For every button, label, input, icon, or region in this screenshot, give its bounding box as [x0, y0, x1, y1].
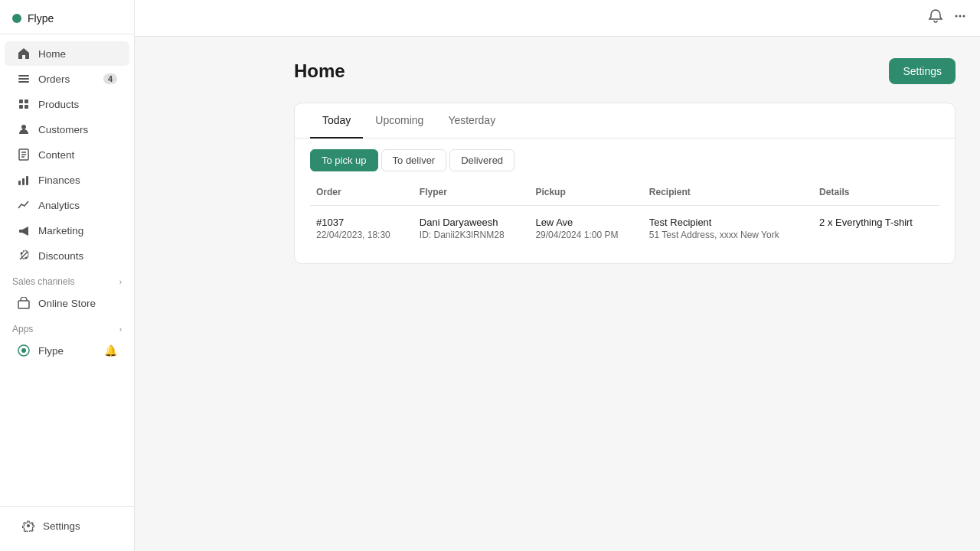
page-title: Home	[294, 60, 345, 82]
sidebar-item-products[interactable]: Products	[5, 92, 129, 116]
flyper-name: Dani Daryaweesh	[420, 217, 524, 228]
col-pickup: Pickup	[529, 179, 642, 206]
pickup-datetime: 29/04/2024 1:00 PM	[535, 230, 636, 240]
sub-tab-bar: To pick up To deliver Delivered	[295, 139, 955, 179]
sidebar-item-flype[interactable]: Flype 🔔	[5, 338, 129, 363]
sidebar-item-label: Finances	[38, 174, 80, 186]
orders-table: Order Flyper Pickup Recipient Details #1…	[310, 179, 939, 251]
col-details: Details	[813, 179, 939, 206]
table-container: Order Flyper Pickup Recipient Details #1…	[295, 179, 955, 263]
svg-rect-14	[26, 176, 28, 185]
order-number-cell: #1037 22/04/2023, 18:30	[310, 206, 413, 252]
content-icon	[17, 148, 31, 161]
svg-rect-4	[24, 99, 28, 103]
sidebar-bottom: Settings	[0, 506, 134, 551]
settings-icon	[21, 519, 35, 533]
more-options-icon[interactable]	[952, 8, 968, 28]
table-row: #1037 22/04/2023, 18:30 Dani Daryaweesh …	[310, 206, 939, 252]
brand-icon	[12, 14, 21, 23]
brand[interactable]: Flype	[6, 9, 128, 28]
apps-section[interactable]: Apps ›	[0, 316, 134, 337]
apps-label: Apps	[12, 324, 33, 334]
sidebar-item-customers[interactable]: Customers	[5, 117, 129, 142]
sidebar-item-settings[interactable]: Settings	[9, 514, 125, 538]
bell-icon[interactable]: 🔔	[104, 344, 117, 357]
page-header: Home Settings	[294, 58, 956, 84]
svg-rect-5	[19, 105, 23, 109]
pickup-cell: Lew Ave 29/04/2024 1:00 PM	[529, 206, 642, 252]
home-icon	[17, 47, 31, 60]
col-order: Order	[310, 179, 413, 206]
sidebar-item-home[interactable]: Home	[5, 41, 129, 66]
svg-rect-12	[18, 181, 21, 185]
sales-channels-section[interactable]: Sales channels ›	[0, 269, 134, 290]
sub-tab-delivered[interactable]: Delivered	[449, 149, 514, 171]
sidebar-item-label: Home	[38, 48, 66, 60]
tab-today[interactable]: Today	[310, 103, 363, 139]
tab-upcoming[interactable]: Upcoming	[363, 103, 436, 139]
notifications-icon[interactable]	[928, 8, 943, 28]
sidebar-item-orders[interactable]: Orders 4	[5, 67, 129, 91]
sidebar-item-finances[interactable]: Finances	[5, 168, 129, 192]
flype-app-label: Flype	[38, 345, 96, 357]
pickup-location: Lew Ave	[535, 217, 636, 228]
analytics-icon	[17, 198, 31, 212]
marketing-icon	[17, 223, 31, 237]
sub-tab-to-deliver[interactable]: To deliver	[381, 149, 447, 171]
recipient-name: Test Recipient	[649, 217, 807, 228]
chevron-right-icon: ›	[119, 278, 122, 286]
flype-icon	[17, 344, 31, 357]
sub-tab-to-pick-up[interactable]: To pick up	[310, 149, 378, 171]
customers-icon	[17, 122, 31, 136]
sidebar-item-analytics[interactable]: Analytics	[5, 193, 129, 217]
sidebar-settings-label: Settings	[43, 520, 80, 532]
sidebar-item-label: Discounts	[38, 250, 83, 262]
sidebar-item-label: Customers	[38, 124, 88, 135]
sidebar-item-online-store[interactable]: Online Store	[5, 291, 129, 315]
chevron-right-icon: ›	[119, 325, 122, 334]
sidebar-item-label: Analytics	[38, 200, 80, 211]
flyper-cell: Dani Daryaweesh ID: Danii2K3lRNM28	[413, 206, 530, 252]
svg-point-7	[21, 125, 26, 129]
sidebar-item-label: Online Store	[38, 298, 96, 309]
tab-bar: Today Upcoming Yesterday	[295, 103, 955, 139]
svg-rect-13	[22, 178, 24, 185]
svg-rect-1	[18, 78, 29, 80]
col-flyper: Flyper	[413, 179, 530, 206]
orders-icon	[17, 72, 31, 86]
main-content: Home Settings Today Upcoming Yesterday T…	[270, 37, 980, 551]
online-store-icon	[17, 296, 31, 310]
svg-rect-3	[19, 99, 23, 103]
settings-button[interactable]: Settings	[889, 58, 956, 84]
sidebar-item-label: Products	[38, 99, 79, 110]
brand-name: Flype	[28, 12, 54, 24]
sales-channels-label: Sales channels	[12, 276, 74, 287]
flyper-id: ID: Danii2K3lRNM28	[420, 230, 524, 240]
svg-rect-2	[18, 81, 29, 83]
sidebar-brand-section: Flype	[0, 0, 134, 34]
svg-rect-18	[18, 301, 29, 308]
topbar	[135, 0, 980, 37]
main-card: Today Upcoming Yesterday To pick up To d…	[294, 103, 956, 264]
sidebar: Flype Home Orders 4 Products Cu	[0, 0, 135, 551]
sidebar-item-label: Orders	[38, 73, 70, 85]
tab-yesterday[interactable]: Yesterday	[436, 103, 508, 139]
svg-point-22	[959, 15, 962, 18]
svg-rect-0	[18, 75, 29, 77]
sidebar-item-content[interactable]: Content	[5, 142, 129, 167]
finances-icon	[17, 173, 31, 187]
orders-badge: 4	[103, 73, 117, 84]
order-date: 22/04/2023, 18:30	[316, 230, 407, 240]
svg-point-20	[21, 348, 26, 353]
col-recipient: Recipient	[643, 179, 813, 206]
svg-point-23	[963, 15, 965, 18]
sidebar-nav: Home Orders 4 Products Customers Conte	[0, 34, 134, 506]
sidebar-item-label: Content	[38, 149, 74, 161]
details-cell: 2 x Everything T-shirt	[813, 206, 939, 252]
sidebar-item-label: Marketing	[38, 225, 83, 236]
sidebar-item-discounts[interactable]: Discounts	[5, 243, 129, 268]
svg-point-21	[956, 15, 958, 18]
svg-rect-6	[24, 105, 28, 109]
recipient-address: 51 Test Address, xxxx New York	[649, 230, 807, 240]
sidebar-item-marketing[interactable]: Marketing	[5, 218, 129, 243]
